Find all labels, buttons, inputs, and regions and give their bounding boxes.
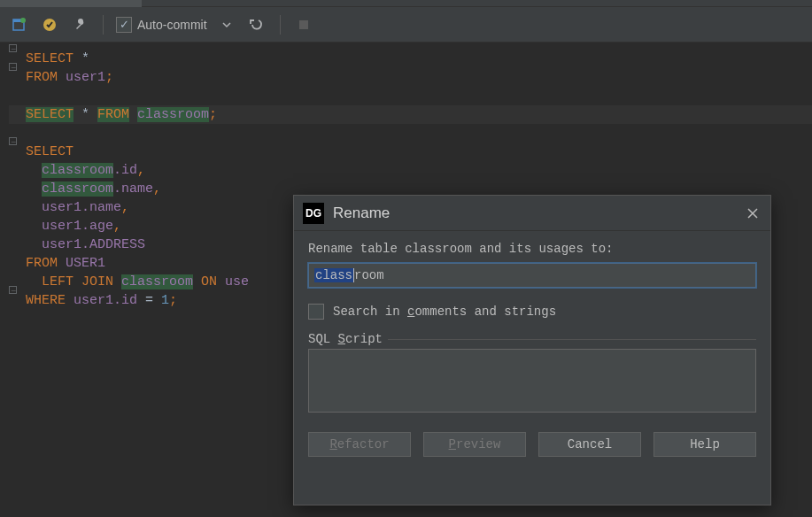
fold-marker[interactable] [9,63,17,71]
checkbox-icon: ✓ [116,17,132,33]
code-line: FROM user1; [9,68,812,87]
dialog-title: Rename [333,204,744,222]
rename-dialog: DG Rename Rename table classroom and its… [293,195,771,505]
toolbar-divider [280,15,281,35]
search-comments-label: Search in comments and strings [333,305,556,319]
dialog-buttons: Refactor Preview Cancel Help [308,432,756,457]
checkbox-icon [308,304,324,320]
dialog-titlebar[interactable]: DG Rename [294,196,770,231]
search-comments-checkbox[interactable]: Search in comments and strings [308,304,756,320]
toolbar-divider [103,15,104,35]
svg-point-2 [20,18,26,23]
chevron-down-icon[interactable] [216,14,237,35]
refactor-button[interactable]: Refactor [308,432,411,457]
top-tab-strip [0,0,812,7]
preview-button[interactable]: Preview [423,432,526,457]
code-line: SELECT [9,143,812,161]
fold-marker[interactable] [9,137,17,145]
section-divider [388,339,756,340]
rename-input[interactable]: classroom [308,263,756,288]
console-icon[interactable] [9,14,30,35]
stop-icon[interactable] [293,14,314,35]
code-line-current: SELECT * FROM classroom; [9,105,812,124]
sql-script-box[interactable] [308,349,756,413]
rename-prompt: Rename table classroom and its usages to… [308,242,756,256]
wrench-icon[interactable] [69,14,90,35]
properties-icon[interactable] [39,14,60,35]
svg-rect-4 [299,20,308,29]
code-line: SELECT * [9,50,812,68]
cancel-button[interactable]: Cancel [538,432,641,457]
auto-commit-checkbox[interactable]: ✓ Auto-commit [116,17,207,33]
tab-ghost [0,0,142,7]
app-badge-icon: DG [303,203,324,224]
code-line [9,87,812,105]
code-line: classroom.id, [9,161,812,180]
undo-icon[interactable] [246,14,267,35]
close-icon[interactable] [744,204,762,222]
fold-marker[interactable] [9,44,17,52]
dialog-body: Rename table classroom and its usages to… [294,231,770,467]
code-line [9,124,812,143]
fold-marker[interactable] [9,286,17,294]
toolbar: ✓ Auto-commit [0,7,812,42]
auto-commit-label: Auto-commit [137,18,207,32]
help-button[interactable]: Help [653,432,756,457]
